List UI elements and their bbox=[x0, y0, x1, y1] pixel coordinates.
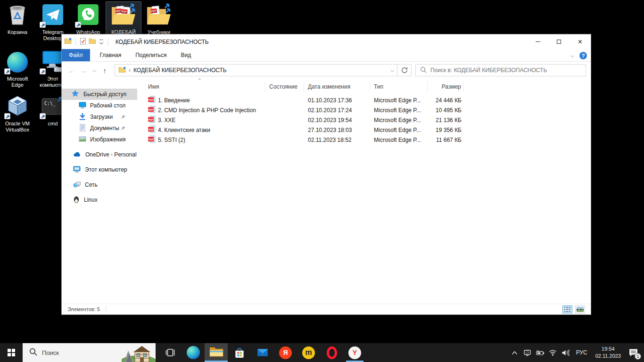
status-bar: Элементов: 5 bbox=[62, 304, 591, 314]
taskbar-search[interactable] bbox=[23, 343, 156, 362]
sidebar-item-pictures[interactable]: Изображения bbox=[62, 134, 137, 145]
taskbar-icon-store[interactable] bbox=[228, 343, 251, 362]
clock[interactable]: 19:54 02.11.2023 bbox=[594, 346, 623, 360]
window-title: КОДЕБАЙ КИБЕРБЕЗОПАСНОСТЬ bbox=[116, 39, 209, 45]
folder-icon[interactable] bbox=[89, 38, 96, 46]
desktop-icon-virtualbox[interactable]: ↗ Oracle VM VirtualBox bbox=[0, 93, 35, 134]
desktop-icon-whatsapp[interactable]: ↗ WhatsApp bbox=[71, 2, 106, 37]
desktop-icon-kodebay[interactable]: PDF PDF КОДЕБАЙ bbox=[106, 2, 141, 37]
yandex-browser-icon: Y bbox=[348, 346, 361, 359]
shortcut-arrow-icon: ↗ bbox=[40, 68, 46, 74]
details-view-button[interactable] bbox=[562, 305, 572, 313]
breadcrumb[interactable]: КОДЕБАЙ КИБЕРБЕЗОПАСНОСТЬ bbox=[133, 67, 227, 74]
volume-icon[interactable] bbox=[561, 348, 570, 357]
start-button[interactable] bbox=[0, 343, 23, 362]
column-header-type[interactable]: Тип bbox=[370, 82, 428, 92]
back-button[interactable]: ← bbox=[66, 66, 78, 74]
sidebar-item-this-pc[interactable]: Этот компьютер bbox=[62, 164, 137, 175]
column-header-name[interactable]: Имя bbox=[137, 82, 265, 92]
sidebar-item-desktop[interactable]: Рабочий стол bbox=[62, 100, 137, 111]
taskbar: Я m Y РУС 19:54 02.11.2023 bbox=[0, 343, 644, 362]
taskbar-icon-yandex-browser[interactable]: Y bbox=[343, 343, 366, 362]
battery-charging-icon[interactable] bbox=[536, 348, 545, 357]
title-bar: КОДЕБАЙ КИБЕРБЕЗОПАСНОСТЬ × bbox=[62, 34, 591, 49]
file-row[interactable]: PDF2. CMD Injection & PHP Code Injection… bbox=[137, 105, 591, 115]
file-row[interactable]: PDF4. Клиентские атаки 27.10.2023 18:03 … bbox=[137, 125, 591, 135]
tab-view[interactable]: Вид bbox=[173, 49, 198, 61]
customize-toolbar-dropdown-icon[interactable] bbox=[99, 40, 104, 44]
desktop-icon-label: Корзина bbox=[1, 29, 34, 35]
file-row[interactable]: PDF5. SSTI (2) 02.11.2023 18:52 Microsof… bbox=[137, 135, 591, 145]
file-size: 10 495 КБ bbox=[428, 107, 463, 114]
shortcut-arrow-icon: ↗ bbox=[4, 68, 10, 74]
help-icon[interactable]: ? bbox=[579, 52, 587, 59]
taskbar-icon-mail[interactable] bbox=[251, 343, 274, 362]
taskbar-icon-task-view[interactable] bbox=[158, 343, 182, 362]
desktop-icon-label: Microsoft Edge bbox=[1, 76, 34, 88]
forward-button[interactable]: → bbox=[78, 66, 90, 74]
action-center-button[interactable]: 1 bbox=[627, 346, 639, 359]
computer-icon bbox=[73, 165, 81, 174]
file-name: 2. CMD Injection & PHP Code Injection bbox=[158, 107, 256, 114]
sidebar-item-quick-access[interactable]: Быстрый доступ bbox=[62, 89, 137, 100]
navigation-pane: Быстрый доступ Рабочий стол Загрузки bbox=[62, 79, 137, 304]
sidebar-item-documents[interactable]: Документы bbox=[62, 123, 137, 134]
taskbar-icon-edge[interactable] bbox=[182, 343, 205, 362]
file-row[interactable]: PDF1. Введение 01.10.2023 17:36 Microsof… bbox=[137, 95, 591, 105]
onedrive-cloud-icon bbox=[73, 151, 81, 158]
sidebar-item-onedrive[interactable]: OneDrive - Personal bbox=[62, 149, 137, 160]
column-header-size[interactable]: Размер bbox=[428, 82, 463, 92]
folder-pdf-icon: PDF bbox=[146, 3, 172, 28]
pdf-file-icon: PDF bbox=[148, 135, 156, 144]
linux-penguin-icon bbox=[73, 196, 80, 205]
new-folder-icon[interactable] bbox=[64, 38, 72, 46]
svg-text:PDF: PDF bbox=[148, 128, 154, 131]
taskbar-icon-amigo[interactable]: m bbox=[297, 343, 320, 362]
taskbar-search-input[interactable] bbox=[42, 349, 103, 356]
sidebar-item-downloads[interactable]: Загрузки bbox=[62, 111, 137, 123]
refresh-button[interactable] bbox=[397, 64, 412, 76]
sidebar-item-network[interactable]: Сеть bbox=[62, 179, 137, 190]
svg-text:PDF: PDF bbox=[148, 118, 154, 121]
tab-share[interactable]: Поделиться bbox=[128, 49, 173, 61]
file-date: 02.10.2023 17:24 bbox=[304, 107, 370, 114]
tab-home[interactable]: Главная bbox=[93, 49, 129, 61]
language-indicator[interactable]: РУС bbox=[574, 349, 589, 356]
minimize-button[interactable] bbox=[527, 34, 548, 49]
tab-file[interactable]: Файл bbox=[62, 49, 90, 61]
taskbar-icon-file-explorer[interactable] bbox=[205, 343, 228, 362]
search-input[interactable] bbox=[430, 67, 581, 74]
close-button[interactable]: × bbox=[570, 34, 591, 49]
taskbar-icon-opera[interactable] bbox=[320, 343, 343, 362]
shortcut-arrow-icon: ↗ bbox=[4, 113, 10, 119]
cast-device-icon[interactable] bbox=[523, 348, 532, 357]
shortcut-arrow-icon: ↗ bbox=[40, 113, 46, 119]
column-header-date[interactable]: Дата изменения bbox=[304, 82, 370, 92]
pdf-file-icon: PDF bbox=[148, 115, 156, 124]
address-bar[interactable]: › КОДЕБАЙ КИБЕРБЕЗОПАСНОСТЬ bbox=[115, 64, 397, 76]
maximize-button[interactable] bbox=[548, 34, 570, 49]
file-type: Microsoft Edge P... bbox=[370, 107, 428, 114]
notification-badge: 1 bbox=[635, 353, 641, 360]
up-button[interactable]: ↑ bbox=[99, 66, 111, 74]
svg-text:PDF: PDF bbox=[116, 9, 122, 13]
search-icon bbox=[420, 66, 427, 74]
file-row[interactable]: PDF3. XXE 02.10.2023 19:54 Microsoft Edg… bbox=[137, 115, 591, 125]
taskbar-icon-yandex[interactable]: Я bbox=[274, 343, 297, 362]
column-header-status[interactable]: Состояние bbox=[265, 82, 304, 92]
address-dropdown-icon[interactable] bbox=[390, 68, 394, 72]
sidebar-item-linux[interactable]: Linux bbox=[62, 194, 137, 206]
search-box[interactable] bbox=[415, 64, 586, 76]
tray-expand-icon[interactable] bbox=[511, 348, 519, 357]
properties-icon[interactable] bbox=[80, 38, 86, 46]
desktop-icon-recycle-bin[interactable]: Корзина bbox=[0, 2, 35, 37]
desktop-icon-uchebniki[interactable]: PDF Учебники bbox=[141, 2, 176, 37]
thumbnails-view-button[interactable] bbox=[575, 305, 585, 313]
file-explorer-icon bbox=[209, 346, 223, 359]
recent-locations-icon[interactable] bbox=[92, 68, 96, 72]
ribbon-collapse-icon[interactable] bbox=[570, 53, 574, 57]
wifi-icon[interactable] bbox=[549, 348, 557, 357]
virtualbox-icon: ↗ bbox=[6, 95, 29, 119]
desktop-icon-edge[interactable]: ↗ Microsoft Edge bbox=[0, 49, 35, 90]
search-highlight-image[interactable] bbox=[122, 343, 156, 362]
